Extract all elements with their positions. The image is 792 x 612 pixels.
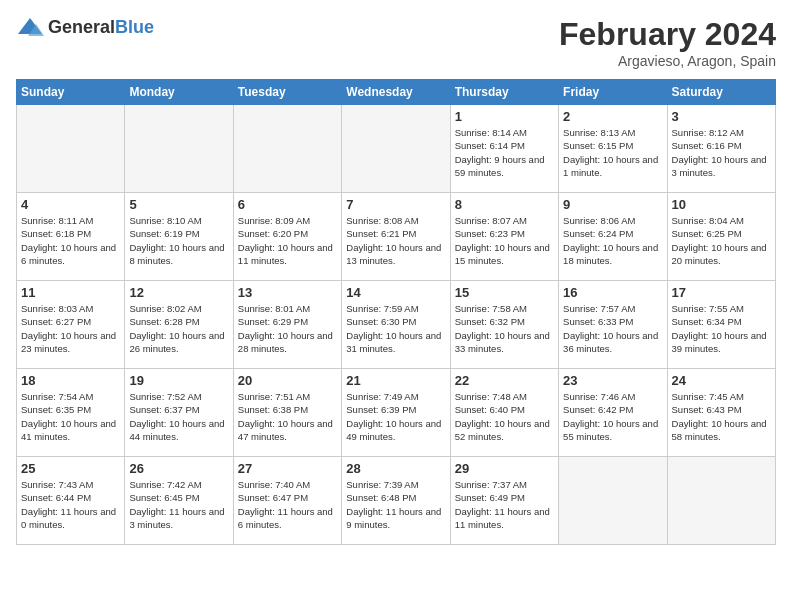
day-number: 3 xyxy=(672,109,771,124)
day-number: 11 xyxy=(21,285,120,300)
day-number: 22 xyxy=(455,373,554,388)
day-number: 2 xyxy=(563,109,662,124)
calendar-cell: 23Sunrise: 7:46 AMSunset: 6:42 PMDayligh… xyxy=(559,369,667,457)
calendar-cell: 17Sunrise: 7:55 AMSunset: 6:34 PMDayligh… xyxy=(667,281,775,369)
generalblue-logo-icon xyxy=(16,16,44,38)
cell-info: Sunrise: 8:08 AMSunset: 6:21 PMDaylight:… xyxy=(346,214,445,267)
calendar-cell: 19Sunrise: 7:52 AMSunset: 6:37 PMDayligh… xyxy=(125,369,233,457)
cell-info: Sunrise: 8:14 AMSunset: 6:14 PMDaylight:… xyxy=(455,126,554,179)
cell-info: Sunrise: 7:52 AMSunset: 6:37 PMDaylight:… xyxy=(129,390,228,443)
cell-info: Sunrise: 8:07 AMSunset: 6:23 PMDaylight:… xyxy=(455,214,554,267)
calendar-cell: 13Sunrise: 8:01 AMSunset: 6:29 PMDayligh… xyxy=(233,281,341,369)
calendar-cell: 29Sunrise: 7:37 AMSunset: 6:49 PMDayligh… xyxy=(450,457,558,545)
cell-info: Sunrise: 7:54 AMSunset: 6:35 PMDaylight:… xyxy=(21,390,120,443)
logo: GeneralBlue xyxy=(16,16,154,38)
calendar-cell: 11Sunrise: 8:03 AMSunset: 6:27 PMDayligh… xyxy=(17,281,125,369)
week-row-1: 1Sunrise: 8:14 AMSunset: 6:14 PMDaylight… xyxy=(17,105,776,193)
cell-info: Sunrise: 8:03 AMSunset: 6:27 PMDaylight:… xyxy=(21,302,120,355)
header-area: GeneralBlue February 2024 Argavieso, Ara… xyxy=(16,16,776,69)
day-number: 12 xyxy=(129,285,228,300)
cell-info: Sunrise: 7:55 AMSunset: 6:34 PMDaylight:… xyxy=(672,302,771,355)
calendar-cell xyxy=(125,105,233,193)
calendar-cell xyxy=(233,105,341,193)
calendar-cell: 22Sunrise: 7:48 AMSunset: 6:40 PMDayligh… xyxy=(450,369,558,457)
calendar-cell: 12Sunrise: 8:02 AMSunset: 6:28 PMDayligh… xyxy=(125,281,233,369)
cell-info: Sunrise: 7:37 AMSunset: 6:49 PMDaylight:… xyxy=(455,478,554,531)
day-number: 13 xyxy=(238,285,337,300)
calendar-cell: 20Sunrise: 7:51 AMSunset: 6:38 PMDayligh… xyxy=(233,369,341,457)
week-row-5: 25Sunrise: 7:43 AMSunset: 6:44 PMDayligh… xyxy=(17,457,776,545)
cell-info: Sunrise: 8:09 AMSunset: 6:20 PMDaylight:… xyxy=(238,214,337,267)
day-number: 5 xyxy=(129,197,228,212)
cell-info: Sunrise: 7:42 AMSunset: 6:45 PMDaylight:… xyxy=(129,478,228,531)
day-number: 27 xyxy=(238,461,337,476)
calendar-cell: 25Sunrise: 7:43 AMSunset: 6:44 PMDayligh… xyxy=(17,457,125,545)
cell-info: Sunrise: 7:48 AMSunset: 6:40 PMDaylight:… xyxy=(455,390,554,443)
day-number: 9 xyxy=(563,197,662,212)
calendar-cell: 5Sunrise: 8:10 AMSunset: 6:19 PMDaylight… xyxy=(125,193,233,281)
day-number: 21 xyxy=(346,373,445,388)
calendar-cell xyxy=(667,457,775,545)
calendar-cell: 21Sunrise: 7:49 AMSunset: 6:39 PMDayligh… xyxy=(342,369,450,457)
calendar-cell: 18Sunrise: 7:54 AMSunset: 6:35 PMDayligh… xyxy=(17,369,125,457)
calendar-cell: 14Sunrise: 7:59 AMSunset: 6:30 PMDayligh… xyxy=(342,281,450,369)
logo-general: General xyxy=(48,17,115,37)
day-number: 8 xyxy=(455,197,554,212)
day-number: 28 xyxy=(346,461,445,476)
day-number: 29 xyxy=(455,461,554,476)
day-number: 6 xyxy=(238,197,337,212)
cell-info: Sunrise: 8:01 AMSunset: 6:29 PMDaylight:… xyxy=(238,302,337,355)
calendar-cell: 7Sunrise: 8:08 AMSunset: 6:21 PMDaylight… xyxy=(342,193,450,281)
day-number: 10 xyxy=(672,197,771,212)
calendar-cell xyxy=(17,105,125,193)
cell-info: Sunrise: 7:51 AMSunset: 6:38 PMDaylight:… xyxy=(238,390,337,443)
cell-info: Sunrise: 8:04 AMSunset: 6:25 PMDaylight:… xyxy=(672,214,771,267)
cell-info: Sunrise: 7:57 AMSunset: 6:33 PMDaylight:… xyxy=(563,302,662,355)
cell-info: Sunrise: 7:43 AMSunset: 6:44 PMDaylight:… xyxy=(21,478,120,531)
calendar-cell: 4Sunrise: 8:11 AMSunset: 6:18 PMDaylight… xyxy=(17,193,125,281)
logo-blue: Blue xyxy=(115,17,154,37)
cell-info: Sunrise: 7:58 AMSunset: 6:32 PMDaylight:… xyxy=(455,302,554,355)
day-number: 24 xyxy=(672,373,771,388)
weekday-header-friday: Friday xyxy=(559,80,667,105)
weekday-header-thursday: Thursday xyxy=(450,80,558,105)
day-number: 4 xyxy=(21,197,120,212)
weekday-header-row: SundayMondayTuesdayWednesdayThursdayFrid… xyxy=(17,80,776,105)
month-year: February 2024 xyxy=(559,16,776,53)
calendar-cell: 15Sunrise: 7:58 AMSunset: 6:32 PMDayligh… xyxy=(450,281,558,369)
day-number: 18 xyxy=(21,373,120,388)
weekday-header-monday: Monday xyxy=(125,80,233,105)
calendar-cell: 9Sunrise: 8:06 AMSunset: 6:24 PMDaylight… xyxy=(559,193,667,281)
day-number: 16 xyxy=(563,285,662,300)
cell-info: Sunrise: 8:10 AMSunset: 6:19 PMDaylight:… xyxy=(129,214,228,267)
calendar-cell: 10Sunrise: 8:04 AMSunset: 6:25 PMDayligh… xyxy=(667,193,775,281)
cell-info: Sunrise: 7:40 AMSunset: 6:47 PMDaylight:… xyxy=(238,478,337,531)
cell-info: Sunrise: 8:12 AMSunset: 6:16 PMDaylight:… xyxy=(672,126,771,179)
calendar-cell: 26Sunrise: 7:42 AMSunset: 6:45 PMDayligh… xyxy=(125,457,233,545)
day-number: 19 xyxy=(129,373,228,388)
calendar-cell xyxy=(559,457,667,545)
cell-info: Sunrise: 7:49 AMSunset: 6:39 PMDaylight:… xyxy=(346,390,445,443)
day-number: 15 xyxy=(455,285,554,300)
cell-info: Sunrise: 8:06 AMSunset: 6:24 PMDaylight:… xyxy=(563,214,662,267)
location: Argavieso, Aragon, Spain xyxy=(559,53,776,69)
calendar-table: SundayMondayTuesdayWednesdayThursdayFrid… xyxy=(16,79,776,545)
day-number: 25 xyxy=(21,461,120,476)
calendar-cell: 28Sunrise: 7:39 AMSunset: 6:48 PMDayligh… xyxy=(342,457,450,545)
calendar-cell: 1Sunrise: 8:14 AMSunset: 6:14 PMDaylight… xyxy=(450,105,558,193)
day-number: 23 xyxy=(563,373,662,388)
day-number: 26 xyxy=(129,461,228,476)
calendar-cell: 8Sunrise: 8:07 AMSunset: 6:23 PMDaylight… xyxy=(450,193,558,281)
cell-info: Sunrise: 8:13 AMSunset: 6:15 PMDaylight:… xyxy=(563,126,662,179)
calendar-cell xyxy=(342,105,450,193)
weekday-header-sunday: Sunday xyxy=(17,80,125,105)
day-number: 20 xyxy=(238,373,337,388)
calendar-cell: 2Sunrise: 8:13 AMSunset: 6:15 PMDaylight… xyxy=(559,105,667,193)
day-number: 14 xyxy=(346,285,445,300)
cell-info: Sunrise: 7:59 AMSunset: 6:30 PMDaylight:… xyxy=(346,302,445,355)
calendar-cell: 24Sunrise: 7:45 AMSunset: 6:43 PMDayligh… xyxy=(667,369,775,457)
logo-text: GeneralBlue xyxy=(48,17,154,38)
title-area: February 2024 Argavieso, Aragon, Spain xyxy=(559,16,776,69)
week-row-4: 18Sunrise: 7:54 AMSunset: 6:35 PMDayligh… xyxy=(17,369,776,457)
calendar-cell: 3Sunrise: 8:12 AMSunset: 6:16 PMDaylight… xyxy=(667,105,775,193)
